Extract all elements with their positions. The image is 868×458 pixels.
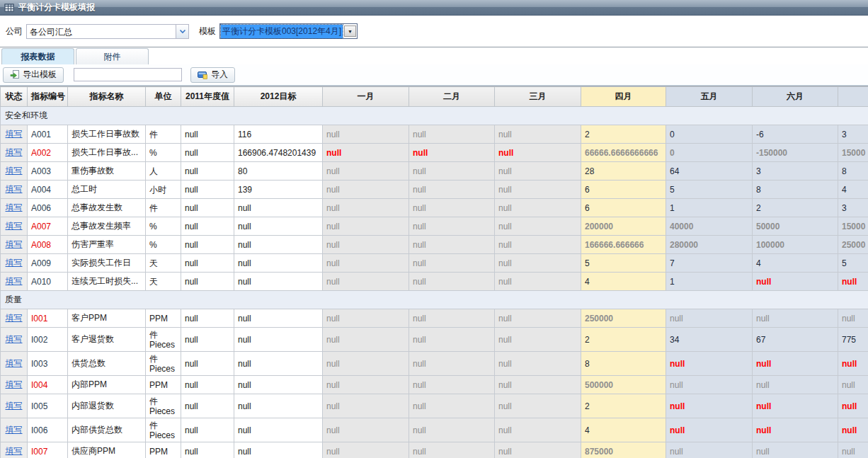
- fill-link[interactable]: 填写: [6, 258, 23, 268]
- fill-link[interactable]: 填写: [6, 221, 23, 231]
- month-value-cell: null: [838, 352, 868, 376]
- month-value-cell: 15000: [838, 217, 868, 236]
- column-header-10[interactable]: 五月: [666, 87, 753, 107]
- month-value-cell: 0: [666, 144, 753, 162]
- import-file-input[interactable]: [74, 68, 182, 81]
- month-value-cell: null: [323, 181, 409, 199]
- month-value-cell: null: [495, 254, 581, 273]
- import-icon: [198, 70, 208, 79]
- column-header-2[interactable]: 指标名称: [68, 87, 146, 107]
- column-header-8[interactable]: 三月: [495, 87, 581, 107]
- month-value-cell: null: [495, 394, 581, 418]
- fill-link[interactable]: 填写: [6, 202, 23, 212]
- month-value-cell: 8: [581, 352, 666, 376]
- month-value-cell: null: [495, 328, 581, 352]
- column-header-9[interactable]: 四月: [581, 87, 666, 107]
- month-value-cell: null: [838, 273, 868, 291]
- tabstrip: 报表数据 附件: [0, 47, 868, 64]
- month-value-cell: 166666.666666: [581, 236, 666, 254]
- app-window: 平衡计分卡模板填报 公司 各公司汇总 模板 平衡计分卡模板003[2012年4月…: [0, 0, 868, 458]
- status-cell: 填写: [1, 442, 28, 458]
- company-value: 各公司汇总: [27, 25, 176, 38]
- import-button[interactable]: 导入: [190, 67, 235, 83]
- company-combobox[interactable]: 各公司汇总: [26, 24, 189, 39]
- tab-attachments[interactable]: 附件: [76, 48, 149, 64]
- tab-report-data[interactable]: 报表数据: [1, 48, 74, 64]
- month-value-cell: null: [666, 309, 753, 328]
- column-header-5[interactable]: 2012目标: [234, 87, 323, 107]
- month-value-cell: null: [495, 442, 581, 458]
- column-header-7[interactable]: 二月: [409, 87, 495, 107]
- month-value-cell: 2: [581, 328, 666, 352]
- month-value-cell: null: [495, 309, 581, 328]
- target-2012-cell: 116: [234, 125, 323, 144]
- month-value-cell: null: [666, 442, 753, 458]
- month-value-cell: 1: [666, 273, 753, 291]
- fill-link[interactable]: 填写: [6, 334, 23, 344]
- target-2012-cell: null: [234, 328, 323, 352]
- month-value-cell: null: [409, 394, 495, 418]
- month-value-cell: -150000: [753, 144, 838, 162]
- indicator-code-cell: I006: [28, 418, 68, 442]
- fill-link[interactable]: 填写: [6, 358, 23, 368]
- indicator-name-cell: 重伤事故数: [68, 162, 146, 181]
- month-value-cell: 4: [753, 254, 838, 273]
- month-value-cell: null: [495, 352, 581, 376]
- indicator-row: 填写A004总工时小时null139nullnullnull6584: [1, 181, 868, 199]
- month-value-cell: null: [495, 199, 581, 217]
- fill-link[interactable]: 填写: [6, 425, 23, 435]
- column-header-1[interactable]: 指标编号: [28, 87, 68, 107]
- status-cell: 填写: [1, 328, 28, 352]
- month-value-cell: 50000: [753, 217, 838, 236]
- month-value-cell: 4: [581, 273, 666, 291]
- fill-link[interactable]: 填写: [6, 446, 23, 456]
- fill-link[interactable]: 填写: [6, 129, 23, 139]
- indicator-row: 填写I005内部退货数件Piecesnullnullnullnullnull2n…: [1, 394, 868, 418]
- indicator-code-cell: I003: [28, 352, 68, 376]
- month-value-cell: null: [753, 394, 838, 418]
- month-value-cell: null: [323, 125, 409, 144]
- dropdown-arrow-icon[interactable]: ▼: [344, 25, 356, 37]
- column-header-11[interactable]: 六月: [753, 87, 838, 107]
- indicator-code-cell: I007: [28, 442, 68, 458]
- fill-link[interactable]: 填写: [6, 184, 23, 194]
- month-value-cell: null: [323, 254, 409, 273]
- month-value-cell: 7: [666, 254, 753, 273]
- month-value-cell: null: [409, 352, 495, 376]
- year-2011-cell: null: [181, 162, 234, 181]
- year-2011-cell: null: [181, 181, 234, 199]
- indicator-row: 填写A009实际损失工作日天nullnullnullnullnull5745: [1, 254, 868, 273]
- target-2012-cell: null: [234, 273, 323, 291]
- target-2012-cell: 166906.4748201439: [234, 144, 323, 162]
- fill-link[interactable]: 填写: [6, 147, 23, 157]
- month-value-cell: 500000: [581, 376, 666, 394]
- year-2011-cell: null: [181, 254, 234, 273]
- column-header-0[interactable]: 状态: [1, 87, 28, 107]
- status-cell: 填写: [1, 144, 28, 162]
- month-value-cell: null: [409, 309, 495, 328]
- unit-cell: 件Pieces: [146, 328, 181, 352]
- fill-link[interactable]: 填写: [6, 379, 23, 389]
- fill-link[interactable]: 填写: [6, 276, 23, 286]
- month-value-cell: null: [753, 352, 838, 376]
- year-2011-cell: null: [181, 217, 234, 236]
- year-2011-cell: null: [181, 199, 234, 217]
- template-select[interactable]: 平衡计分卡模板003[2012年4月] ▼: [219, 23, 358, 39]
- indicator-row: 填写A007总事故发生频率%nullnullnullnullnull200000…: [1, 217, 868, 236]
- fill-link[interactable]: 填写: [6, 239, 23, 249]
- column-header-12[interactable]: [838, 87, 868, 107]
- template-label: 模板: [199, 25, 216, 38]
- export-template-button[interactable]: 导出模板: [3, 67, 64, 83]
- month-value-cell: -6: [753, 125, 838, 144]
- column-header-4[interactable]: 2011年度值: [181, 87, 234, 107]
- fill-link[interactable]: 填写: [6, 401, 23, 411]
- fill-link[interactable]: 填写: [6, 313, 23, 323]
- indicator-name-cell: 内部供货总数: [68, 418, 146, 442]
- column-header-6[interactable]: 一月: [323, 87, 409, 107]
- status-cell: 填写: [1, 125, 28, 144]
- fill-link[interactable]: 填写: [6, 166, 23, 176]
- window-titlebar: 平衡计分卡模板填报: [0, 0, 868, 16]
- column-header-3[interactable]: 单位: [146, 87, 181, 107]
- month-value-cell: null: [323, 217, 409, 236]
- chevron-down-icon[interactable]: [176, 25, 188, 38]
